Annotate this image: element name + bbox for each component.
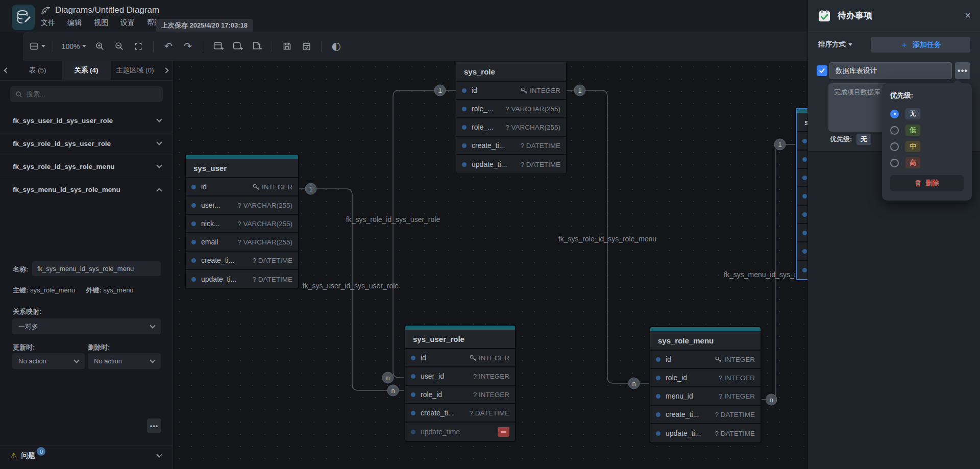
table-field-row[interactable]: idINTEGER [456, 82, 566, 100]
field-port-dot[interactable] [802, 249, 807, 254]
table-node-sys_role_menu[interactable]: sys_role_menuidINTEGERrole_id? INTEGERme… [650, 327, 761, 443]
menu-edit[interactable]: 编辑 [67, 18, 82, 28]
theme-toggle-button[interactable]: ◐ [329, 38, 344, 55]
field-port-dot[interactable] [802, 157, 807, 162]
field-port-dot[interactable] [802, 212, 807, 217]
field-port-dot[interactable] [656, 394, 660, 399]
relation-list-item[interactable]: fk_sys_user_id_sys_user_role [0, 109, 173, 132]
field-port-dot[interactable] [411, 411, 415, 415]
field-port-dot[interactable] [802, 268, 807, 273]
relation-list-item[interactable]: fk_sys_role_id_sys_role_menu [0, 155, 173, 178]
table-field-row[interactable]: update_ti...? DATETIME [186, 270, 298, 288]
table-field-row[interactable]: nick...? VARCHAR(255) [186, 215, 298, 233]
table-field-row[interactable] [797, 151, 807, 169]
table-field-row[interactable]: update_ti...? DATETIME [650, 424, 761, 442]
add-note-button[interactable] [249, 38, 264, 55]
tab-relations[interactable]: 关系 (4) [62, 61, 110, 80]
priority-option-高[interactable]: 高 [890, 155, 964, 171]
field-port-dot[interactable] [411, 356, 415, 360]
table-field-row[interactable]: create_ti...? DATETIME [405, 404, 515, 423]
field-port-dot[interactable] [191, 185, 196, 189]
field-port-dot[interactable] [411, 430, 415, 434]
save-button[interactable] [279, 38, 295, 55]
field-port-dot[interactable] [411, 374, 415, 379]
priority-option-低[interactable]: 低 [890, 122, 964, 138]
table-field-row[interactable]: update_time [405, 423, 515, 441]
sort-mode-button[interactable]: 排序方式 [818, 40, 852, 49]
table-field-row[interactable]: role_id? INTEGER [650, 369, 761, 387]
add-task-button[interactable]: ＋ 添加任务 [871, 37, 970, 53]
mapping-select[interactable]: 一对多 [12, 318, 161, 334]
table-node-sys_user_role[interactable]: sys_user_roleidINTEGERuser_id? INTEGERro… [405, 325, 516, 441]
table-field-row[interactable]: user_id? INTEGER [405, 367, 515, 386]
radio-icon[interactable] [890, 142, 899, 151]
task-title-input[interactable] [829, 62, 952, 79]
table-field-row[interactable]: idINTEGER [186, 178, 298, 196]
zoom-out-button[interactable] [111, 38, 127, 55]
field-port-dot[interactable] [802, 194, 807, 199]
layout-select-button[interactable] [29, 38, 45, 55]
table-field-row[interactable]: user...? VARCHAR(255) [186, 196, 298, 215]
field-port-dot[interactable] [191, 240, 196, 244]
field-port-dot[interactable] [191, 277, 196, 282]
relation-list-item[interactable]: fk_sys_role_id_sys_user_role [0, 132, 173, 155]
table-node-sys_role[interactable]: sys_roleidINTEGERrole_...? VARCHAR(255)r… [456, 62, 567, 174]
zoom-in-button[interactable] [92, 38, 107, 55]
table-field-row[interactable] [797, 132, 807, 151]
table-node-sys_user[interactable]: sys_useridINTEGERuser...? VARCHAR(255)ni… [185, 154, 299, 289]
tabs-scroll-right[interactable] [159, 61, 173, 80]
table-field-row[interactable]: create_ti...? DATETIME [186, 252, 298, 270]
sidebar-search[interactable] [10, 86, 163, 102]
table-node-sy[interactable]: sy [796, 108, 807, 280]
close-icon[interactable]: × [965, 10, 971, 21]
field-port-dot[interactable] [191, 221, 196, 226]
table-field-row[interactable]: idINTEGER [650, 351, 761, 369]
table-field-row[interactable]: menu_id? INTEGER [650, 387, 761, 406]
menu-settings[interactable]: 设置 [120, 18, 135, 28]
field-port-dot[interactable] [656, 376, 660, 380]
field-port-dot[interactable] [656, 431, 660, 436]
task-checkbox[interactable] [817, 65, 827, 76]
menu-view[interactable]: 视图 [94, 18, 108, 28]
field-port-dot[interactable] [462, 143, 467, 148]
issues-toggle[interactable]: ⚠ 问题 0 [0, 446, 173, 465]
search-input[interactable] [27, 90, 158, 98]
table-field-row[interactable]: create_ti...? DATETIME [456, 137, 566, 155]
on-delete-select[interactable]: No action [88, 353, 161, 369]
radio-selected-icon[interactable] [890, 110, 899, 118]
table-field-row[interactable]: role_...? VARCHAR(255) [456, 100, 566, 118]
table-field-row[interactable] [797, 224, 807, 242]
table-field-row[interactable]: role_...? VARCHAR(255) [456, 118, 566, 137]
task-delete-button[interactable]: 删除 [890, 175, 964, 191]
field-port-dot[interactable] [802, 176, 807, 180]
tab-subject-areas[interactable]: 主题区域 (0) [111, 61, 159, 80]
table-field-row[interactable] [797, 206, 807, 224]
calendar-check-button[interactable] [299, 38, 314, 55]
radio-icon[interactable] [890, 159, 899, 167]
tabs-scroll-left[interactable] [0, 61, 13, 80]
table-field-row[interactable] [797, 261, 807, 279]
undo-button[interactable]: ↶ [161, 38, 176, 55]
relation-list-item[interactable]: fk_sys_menu_id_sys_role_menu [0, 178, 173, 201]
field-port-dot[interactable] [802, 231, 807, 235]
table-field-row[interactable]: idINTEGER [405, 349, 515, 367]
table-field-row[interactable]: create_ti...? DATETIME [650, 406, 761, 424]
table-field-row[interactable]: role_id? INTEGER [405, 386, 515, 404]
remove-field-button[interactable] [498, 427, 509, 437]
table-field-row[interactable] [797, 187, 807, 206]
field-port-dot[interactable] [462, 162, 467, 167]
field-port-dot[interactable] [656, 357, 660, 362]
table-field-row[interactable] [797, 169, 807, 187]
radio-icon[interactable] [890, 126, 899, 135]
relation-name-input[interactable] [32, 261, 161, 276]
fit-screen-button[interactable] [131, 38, 146, 55]
field-port-dot[interactable] [191, 203, 196, 208]
field-port-dot[interactable] [462, 88, 467, 93]
diagram-canvas[interactable]: sys_roleidINTEGERrole_...? VARCHAR(255)r… [173, 61, 807, 469]
field-port-dot[interactable] [191, 258, 196, 263]
field-port-dot[interactable] [462, 125, 467, 130]
priority-option-中[interactable]: 中 [890, 138, 964, 155]
field-port-dot[interactable] [656, 412, 660, 417]
table-field-row[interactable] [797, 242, 807, 261]
on-update-select[interactable]: No action [12, 353, 85, 369]
